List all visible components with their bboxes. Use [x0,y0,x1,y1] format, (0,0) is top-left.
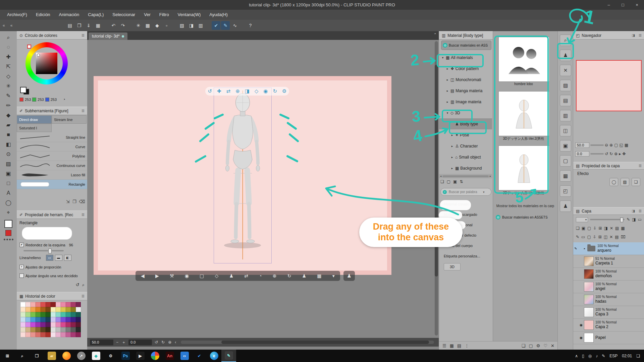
subtool-item[interactable]: Straight line [17,133,87,142]
color-history-swatch[interactable] [76,322,81,327]
color-history-swatch[interactable] [56,307,61,312]
effect-icon[interactable]: ▨ [621,178,629,186]
layer-row-angel[interactable]: 100 % Normalangel [573,281,644,293]
3d-toolbar-icon[interactable]: ⊕ [273,273,277,279]
color-history-swatch[interactable] [36,302,41,307]
color-history-swatch[interactable] [41,327,46,332]
layer-toolbar-icon[interactable]: ◫ [604,235,607,239]
taskbar-settings[interactable]: ⚙ [103,350,118,362]
color-history-swatch[interactable] [20,312,25,317]
toolbar-button-icon[interactable]: ◆ [153,21,161,30]
menu-ver[interactable]: Ver [140,10,155,20]
material-filter-item[interactable]: Forma del cuerpo [440,240,491,251]
color-history-swatch[interactable] [41,312,46,317]
color-history-swatch[interactable] [41,317,46,322]
tree-expander-icon[interactable]: ▸ [450,133,454,137]
color-history-swatch[interactable] [61,327,66,332]
color-history-swatch[interactable] [31,322,36,327]
checkbox-checked-icon[interactable]: ✔ [19,243,24,247]
zoom-in-icon[interactable]: ＋ [121,340,126,345]
tree-expander-icon[interactable]: ▸ [446,78,449,81]
layer-property-header[interactable]: ▤ Propiedad de la capa ☰ [573,162,644,170]
layer-toolbar-icon[interactable]: ◨ [604,226,608,231]
horizontal-scrollbar[interactable] [181,341,434,344]
color-history-swatch[interactable] [61,307,66,312]
panel-menu-icon[interactable]: ☰ [639,34,642,37]
layer-row-capa-3[interactable]: 100 % NormalCapa 3 [573,306,644,319]
taskbar-app-dark[interactable]: ▶ [133,350,148,362]
layer-row-demo-os[interactable]: 100 % Normaldemoños [573,268,644,281]
color-history-swatch[interactable] [76,332,81,337]
corner-roundness-slider[interactable] [23,250,64,251]
taskbar-animate[interactable]: An [162,350,177,362]
subtool-tab[interactable]: Direct draw [17,115,52,124]
color-history-header[interactable]: ▦ Historial de color ☰ [17,292,87,300]
layer-row-papel[interactable]: ◉Papel [573,331,644,344]
maximize-button[interactable]: □ [616,0,630,10]
effect-icon[interactable]: ◯ [609,178,618,186]
detail-icon[interactable]: ⌕ [82,282,85,288]
hue-marker[interactable] [27,45,31,49]
color-history-swatch[interactable] [46,307,51,312]
3d-toolbar-icon[interactable]: ◔ [259,273,262,279]
palette-dock-icon[interactable]: ✕ [560,65,571,76]
material-view-icon[interactable]: ⋮ [465,343,469,348]
material-tree-image-materia[interactable]: ▸▥Image materia [439,96,492,107]
color-history-swatch[interactable] [51,322,56,327]
color-wheel-header[interactable]: ⊙ Círculo de colores ☰ [17,31,87,40]
visibility-eye-cell[interactable]: ◉ [578,323,584,327]
navigator-preview[interactable] [576,60,642,111]
color-history-swatch[interactable] [51,302,56,307]
layer-toolbar-icon[interactable]: ▢ [587,235,591,239]
subtool-item[interactable]: Lasso fill [17,170,87,180]
layer-thumbnail[interactable] [584,282,594,292]
tool-button-icon[interactable]: ▰ [3,120,14,130]
color-history-swatch[interactable] [46,312,51,317]
angle-row[interactable]: Ajustar ángulo una vez decidido [19,274,78,278]
color-history-swatch[interactable] [61,312,66,317]
tool-button-icon[interactable]: ✎ [3,91,14,101]
slider-thumb[interactable] [620,218,623,222]
subtool-tab[interactable]: Saturated l [17,124,52,132]
3d-toolbar-icon[interactable]: ⚒ [170,273,174,279]
3d-launcher-icon[interactable]: ✚ [217,88,221,94]
layer-toolbar-icon[interactable]: ▦ [621,226,625,231]
material-tree-body-type[interactable]: ♟Body type [439,118,492,129]
palette-dock-icon[interactable]: ▨ [560,80,571,91]
panel-menu-icon[interactable]: ☰ [639,209,642,213]
color-history-swatch[interactable] [25,317,31,322]
color-history-swatch[interactable] [20,332,25,337]
toolbar-button-icon[interactable]: ▫ [162,21,171,30]
color-history-swatch[interactable] [71,322,76,327]
color-history-swatch[interactable] [20,302,25,307]
minimize-button[interactable]: – [602,0,616,10]
tool-button-icon[interactable]: ◧ [3,139,14,149]
palette-dock-icon[interactable]: ▣ [560,140,571,152]
tool-button-icon[interactable]: ✳ [3,81,14,91]
tree-expander-icon[interactable]: ▸ [446,100,449,104]
material-folder-icon[interactable]: ❏ [440,179,444,184]
menu-filtro[interactable]: Filtro [155,10,173,20]
color-history-swatch[interactable] [71,332,76,337]
toolbar-button-icon[interactable]: ⇓ [84,21,93,30]
layer-toolbar-icon[interactable]: ▭ [581,235,585,239]
color-history-swatch[interactable] [20,307,25,312]
draw-target-cell[interactable]: ✎ [573,247,578,250]
navigator-rotation-icon[interactable]: ✥ [622,152,626,156]
navigator-zoom-icon[interactable]: ▢ [614,143,618,147]
palette-dock-icon[interactable]: ▦ [560,170,571,182]
palette-dock-icon[interactable]: ♟ [560,200,571,212]
collapse-left2-icon[interactable]: « [8,23,15,28]
opacity-slider[interactable] [590,219,625,220]
duplicate-icon[interactable]: ❐ [72,199,76,204]
sub-color-swatch[interactable] [5,230,11,236]
dock-icon[interactable]: ◨ [632,34,635,37]
color-history-swatch[interactable] [76,312,81,317]
color-history-swatch[interactable] [20,327,25,332]
layer-toolbar-icon[interactable]: ▭ [638,217,642,222]
tool-button-icon[interactable]: ◇ [3,71,14,81]
tool-button-icon[interactable]: ◌ [3,42,14,52]
effect-icon[interactable]: ❏ [632,178,640,186]
navigator-zoom-value[interactable]: 50.0 [575,142,589,148]
palette-dock-icon[interactable]: ◫ [560,125,571,136]
